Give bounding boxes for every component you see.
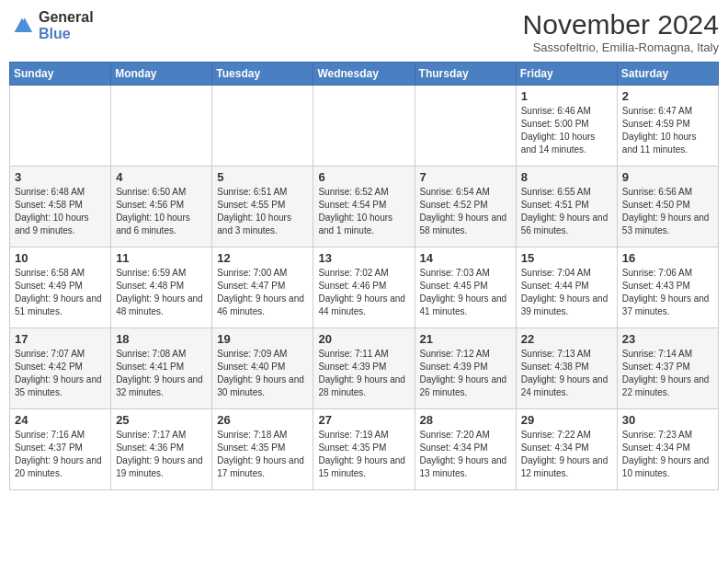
day-number: 8	[521, 170, 612, 184]
calendar-cell	[212, 86, 313, 167]
calendar-cell: 27Sunrise: 7:19 AM Sunset: 4:35 PM Dayli…	[313, 409, 415, 490]
day-info: Sunrise: 7:23 AM Sunset: 4:34 PM Dayligh…	[622, 429, 713, 480]
day-info: Sunrise: 7:07 AM Sunset: 4:42 PM Dayligh…	[15, 348, 106, 399]
calendar-cell: 1Sunrise: 6:46 AM Sunset: 5:00 PM Daylig…	[516, 86, 617, 167]
calendar-cell: 4Sunrise: 6:50 AM Sunset: 4:56 PM Daylig…	[111, 167, 212, 247]
day-info: Sunrise: 7:13 AM Sunset: 4:38 PM Dayligh…	[521, 348, 612, 399]
day-number: 15	[521, 251, 612, 265]
day-info: Sunrise: 6:46 AM Sunset: 5:00 PM Dayligh…	[521, 105, 612, 156]
day-number: 27	[318, 413, 409, 427]
day-info: Sunrise: 6:56 AM Sunset: 4:50 PM Dayligh…	[622, 186, 713, 237]
calendar-cell: 14Sunrise: 7:03 AM Sunset: 4:45 PM Dayli…	[415, 247, 516, 328]
calendar-cell: 5Sunrise: 6:51 AM Sunset: 4:55 PM Daylig…	[212, 167, 313, 247]
day-info: Sunrise: 7:12 AM Sunset: 4:39 PM Dayligh…	[420, 348, 511, 399]
logo-text: General Blue	[39, 9, 94, 42]
day-number: 3	[15, 170, 106, 184]
calendar-week-row: 10Sunrise: 6:58 AM Sunset: 4:49 PM Dayli…	[10, 247, 719, 328]
day-info: Sunrise: 6:50 AM Sunset: 4:56 PM Dayligh…	[116, 186, 207, 237]
day-info: Sunrise: 7:09 AM Sunset: 4:40 PM Dayligh…	[217, 348, 308, 399]
calendar-cell: 28Sunrise: 7:20 AM Sunset: 4:34 PM Dayli…	[415, 409, 516, 490]
logo: General Blue	[9, 9, 94, 42]
day-info: Sunrise: 7:04 AM Sunset: 4:44 PM Dayligh…	[521, 267, 612, 318]
day-info: Sunrise: 7:00 AM Sunset: 4:47 PM Dayligh…	[217, 267, 308, 318]
day-number: 22	[521, 332, 612, 346]
day-info: Sunrise: 7:18 AM Sunset: 4:35 PM Dayligh…	[217, 429, 308, 480]
day-info: Sunrise: 7:20 AM Sunset: 4:34 PM Dayligh…	[420, 429, 511, 480]
weekday-header: Friday	[516, 63, 617, 86]
day-info: Sunrise: 7:11 AM Sunset: 4:39 PM Dayligh…	[318, 348, 409, 399]
calendar-header-row: SundayMondayTuesdayWednesdayThursdayFrid…	[10, 63, 719, 86]
calendar-cell: 20Sunrise: 7:11 AM Sunset: 4:39 PM Dayli…	[313, 328, 415, 409]
logo-icon	[9, 13, 35, 39]
calendar-cell: 24Sunrise: 7:16 AM Sunset: 4:37 PM Dayli…	[10, 409, 111, 490]
day-number: 12	[217, 251, 308, 265]
calendar-cell: 6Sunrise: 6:52 AM Sunset: 4:54 PM Daylig…	[313, 167, 415, 247]
calendar-cell: 10Sunrise: 6:58 AM Sunset: 4:49 PM Dayli…	[10, 247, 111, 328]
calendar-cell: 12Sunrise: 7:00 AM Sunset: 4:47 PM Dayli…	[212, 247, 313, 328]
day-info: Sunrise: 6:51 AM Sunset: 4:55 PM Dayligh…	[217, 186, 308, 237]
day-number: 18	[116, 332, 207, 346]
day-number: 26	[217, 413, 308, 427]
day-number: 4	[116, 170, 207, 184]
day-info: Sunrise: 7:16 AM Sunset: 4:37 PM Dayligh…	[15, 429, 106, 480]
subtitle: Sassofeltrio, Emilia-Romagna, Italy	[523, 40, 719, 54]
calendar-week-row: 3Sunrise: 6:48 AM Sunset: 4:58 PM Daylig…	[10, 167, 719, 247]
day-number: 5	[217, 170, 308, 184]
day-number: 10	[15, 251, 106, 265]
day-info: Sunrise: 7:22 AM Sunset: 4:34 PM Dayligh…	[521, 429, 612, 480]
weekday-header: Wednesday	[313, 63, 415, 86]
day-number: 9	[622, 170, 713, 184]
day-info: Sunrise: 7:03 AM Sunset: 4:45 PM Dayligh…	[420, 267, 511, 318]
calendar-table: SundayMondayTuesdayWednesdayThursdayFrid…	[9, 62, 719, 490]
day-number: 23	[622, 332, 713, 346]
calendar-cell: 18Sunrise: 7:08 AM Sunset: 4:41 PM Dayli…	[111, 328, 212, 409]
weekday-header: Sunday	[10, 63, 111, 86]
day-number: 16	[622, 251, 713, 265]
calendar-week-row: 17Sunrise: 7:07 AM Sunset: 4:42 PM Dayli…	[10, 328, 719, 409]
calendar-cell: 23Sunrise: 7:14 AM Sunset: 4:37 PM Dayli…	[617, 328, 718, 409]
calendar-cell	[10, 86, 111, 167]
day-info: Sunrise: 7:08 AM Sunset: 4:41 PM Dayligh…	[116, 348, 207, 399]
calendar-cell: 13Sunrise: 7:02 AM Sunset: 4:46 PM Dayli…	[313, 247, 415, 328]
day-number: 1	[521, 89, 612, 103]
calendar-cell: 21Sunrise: 7:12 AM Sunset: 4:39 PM Dayli…	[415, 328, 516, 409]
calendar-cell: 7Sunrise: 6:54 AM Sunset: 4:52 PM Daylig…	[415, 167, 516, 247]
day-info: Sunrise: 6:48 AM Sunset: 4:58 PM Dayligh…	[15, 186, 106, 237]
day-number: 19	[217, 332, 308, 346]
day-number: 14	[420, 251, 511, 265]
calendar-cell: 26Sunrise: 7:18 AM Sunset: 4:35 PM Dayli…	[212, 409, 313, 490]
day-number: 7	[420, 170, 511, 184]
day-number: 17	[15, 332, 106, 346]
day-info: Sunrise: 7:14 AM Sunset: 4:37 PM Dayligh…	[622, 348, 713, 399]
day-info: Sunrise: 7:17 AM Sunset: 4:36 PM Dayligh…	[116, 429, 207, 480]
day-info: Sunrise: 6:52 AM Sunset: 4:54 PM Dayligh…	[318, 186, 409, 237]
calendar-cell: 8Sunrise: 6:55 AM Sunset: 4:51 PM Daylig…	[516, 167, 617, 247]
day-number: 11	[116, 251, 207, 265]
day-number: 28	[420, 413, 511, 427]
calendar-cell: 19Sunrise: 7:09 AM Sunset: 4:40 PM Dayli…	[212, 328, 313, 409]
month-title: November 2024	[523, 9, 719, 40]
day-number: 25	[116, 413, 207, 427]
day-number: 6	[318, 170, 409, 184]
day-number: 29	[521, 413, 612, 427]
calendar-week-row: 24Sunrise: 7:16 AM Sunset: 4:37 PM Dayli…	[10, 409, 719, 490]
day-info: Sunrise: 6:58 AM Sunset: 4:49 PM Dayligh…	[15, 267, 106, 318]
day-info: Sunrise: 7:19 AM Sunset: 4:35 PM Dayligh…	[318, 429, 409, 480]
day-number: 2	[622, 89, 713, 103]
weekday-header: Thursday	[415, 63, 516, 86]
calendar-cell	[313, 86, 415, 167]
calendar-week-row: 1Sunrise: 6:46 AM Sunset: 5:00 PM Daylig…	[10, 86, 719, 167]
day-number: 20	[318, 332, 409, 346]
calendar-cell: 29Sunrise: 7:22 AM Sunset: 4:34 PM Dayli…	[516, 409, 617, 490]
calendar-cell: 17Sunrise: 7:07 AM Sunset: 4:42 PM Dayli…	[10, 328, 111, 409]
day-info: Sunrise: 6:55 AM Sunset: 4:51 PM Dayligh…	[521, 186, 612, 237]
day-info: Sunrise: 6:47 AM Sunset: 4:59 PM Dayligh…	[622, 105, 713, 156]
calendar-cell: 2Sunrise: 6:47 AM Sunset: 4:59 PM Daylig…	[617, 86, 718, 167]
calendar-cell: 22Sunrise: 7:13 AM Sunset: 4:38 PM Dayli…	[516, 328, 617, 409]
calendar-cell: 16Sunrise: 7:06 AM Sunset: 4:43 PM Dayli…	[617, 247, 718, 328]
weekday-header: Tuesday	[212, 63, 313, 86]
day-info: Sunrise: 6:54 AM Sunset: 4:52 PM Dayligh…	[420, 186, 511, 237]
day-info: Sunrise: 6:59 AM Sunset: 4:48 PM Dayligh…	[116, 267, 207, 318]
day-number: 21	[420, 332, 511, 346]
day-number: 24	[15, 413, 106, 427]
